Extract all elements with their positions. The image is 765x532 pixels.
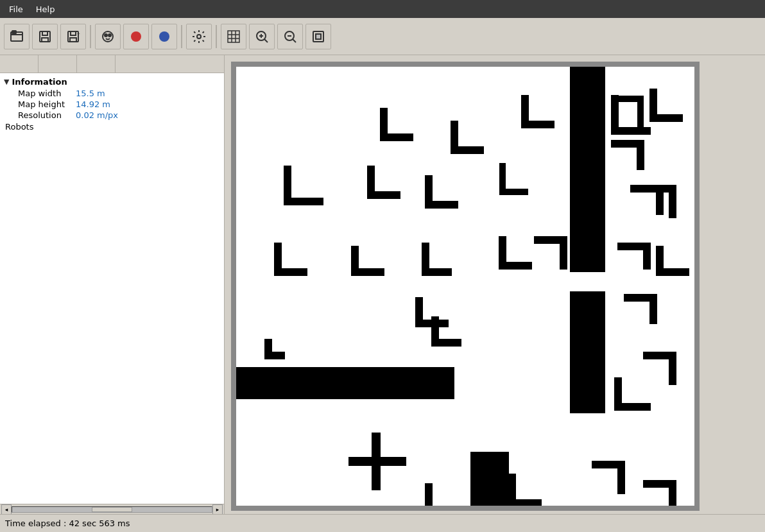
main-area: ▼ Information Map width 15.5 m Map heigh… (0, 55, 765, 514)
fit-button[interactable] (305, 24, 331, 49)
record-button[interactable] (123, 24, 149, 49)
prop-map-width-key: Map width (18, 89, 76, 98)
prop-map-width: Map width 15.5 m (15, 88, 224, 99)
menu-help[interactable]: Help (30, 2, 62, 17)
menubar: File Help (0, 0, 765, 18)
zoom-out-button[interactable] (277, 24, 303, 49)
svg-rect-3 (42, 31, 47, 35)
zoom-in-button[interactable] (249, 24, 275, 49)
svg-point-12 (131, 31, 141, 42)
scroll-left-arrow[interactable]: ◂ (1, 504, 12, 515)
svg-rect-6 (71, 31, 76, 35)
map-area (225, 55, 765, 514)
prop-map-height-key: Map height (18, 99, 76, 109)
information-section-header[interactable]: ▼ Information (0, 76, 224, 88)
toolbar-sep-2 (181, 25, 182, 48)
scroll-right-arrow[interactable]: ▸ (212, 504, 223, 515)
svg-point-14 (197, 35, 201, 39)
prop-resolution: Resolution 0.02 m/px (15, 110, 224, 121)
statusbar: Time elapsed : 42 sec 563 ms (0, 514, 765, 532)
panel-tabs (0, 55, 224, 73)
svg-rect-4 (42, 38, 48, 42)
toolbar-sep-3 (216, 25, 217, 48)
toolbar-sep-1 (90, 25, 91, 48)
svg-point-11 (108, 34, 111, 37)
svg-rect-31 (570, 291, 605, 413)
toolbar: + (0, 18, 765, 55)
svg-rect-15 (228, 31, 239, 42)
left-panel: ▼ Information Map width 15.5 m Map heigh… (0, 55, 225, 514)
information-label: Information (12, 77, 67, 87)
map-svg (236, 67, 694, 506)
svg-rect-7 (70, 38, 76, 42)
prop-map-height: Map height 14.92 m (15, 99, 224, 110)
grid-button[interactable] (221, 24, 246, 49)
information-arrow: ▼ (4, 78, 9, 86)
svg-rect-28 (316, 34, 321, 39)
prop-map-width-value: 15.5 m (76, 89, 105, 98)
robot-button[interactable] (95, 24, 121, 49)
prop-resolution-key: Resolution (18, 110, 76, 120)
svg-point-10 (105, 34, 107, 37)
panel-content: ▼ Information Map width 15.5 m Map heigh… (0, 73, 224, 504)
information-properties: Map width 15.5 m Map height 14.92 m Reso… (0, 88, 224, 121)
menu-file[interactable]: File (3, 2, 30, 17)
scroll-track[interactable] (12, 506, 212, 513)
prop-map-height-value: 14.92 m (76, 99, 110, 109)
open-button[interactable] (4, 24, 30, 49)
svg-text:+: + (77, 31, 80, 37)
robots-row[interactable]: Robots (0, 121, 224, 133)
saveas-button[interactable]: + (60, 24, 86, 49)
prop-resolution-value: 0.02 m/px (76, 110, 118, 120)
svg-rect-33 (470, 452, 509, 506)
panel-tab-1[interactable] (0, 55, 39, 73)
map-canvas[interactable] (231, 62, 700, 511)
svg-point-9 (103, 31, 113, 42)
play-button[interactable] (151, 24, 177, 49)
panel-tab-2[interactable] (39, 55, 77, 73)
scroll-thumb[interactable] (92, 507, 132, 512)
save-button[interactable] (32, 24, 58, 49)
panel-scrollbar: ◂ ▸ (0, 504, 224, 514)
svg-rect-32 (236, 367, 454, 399)
panel-tab-3[interactable] (77, 55, 116, 73)
svg-line-21 (264, 39, 268, 42)
settings-button[interactable] (186, 24, 212, 49)
svg-rect-30 (570, 67, 605, 272)
map-inner (236, 67, 694, 506)
svg-point-13 (159, 31, 169, 42)
svg-line-25 (293, 39, 296, 42)
status-text: Time elapsed : 42 sec 563 ms (5, 519, 130, 528)
